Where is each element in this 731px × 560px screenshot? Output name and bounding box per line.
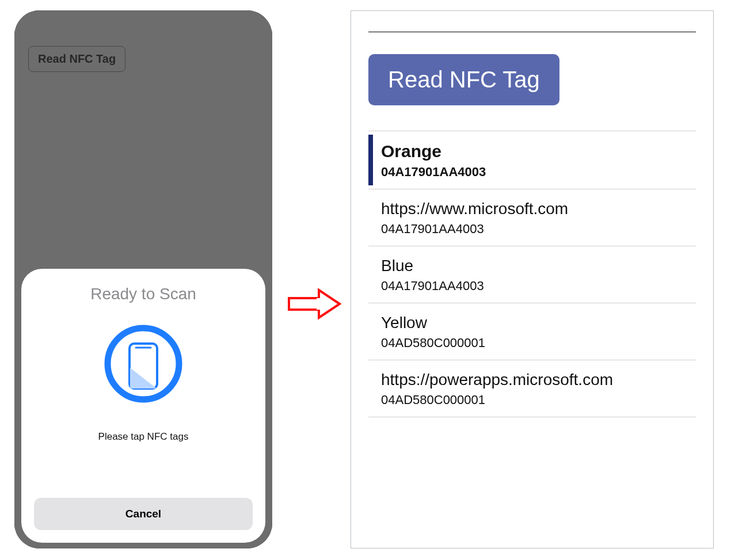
arrow-right-icon: [287, 287, 342, 321]
list-item-title: Blue: [381, 257, 696, 275]
nfc-scan-icon: [100, 321, 186, 407]
phone-screen: Read NFC Tag Ready to Scan Please tap NF…: [14, 10, 272, 548]
list-item-subtitle: 04A17901AA4003: [381, 165, 696, 180]
list-item-subtitle: 04A17901AA4003: [381, 222, 696, 237]
list-item-subtitle: 04AD580C000001: [381, 336, 696, 351]
read-nfc-button-background: Read NFC Tag: [28, 46, 125, 72]
svg-rect-3: [289, 298, 319, 310]
phone-frame: Read NFC Tag Ready to Scan Please tap NF…: [14, 10, 272, 548]
scan-sheet: Ready to Scan Please tap NFC tags Cancel: [21, 269, 265, 543]
scan-title: Ready to Scan: [90, 285, 196, 303]
list-item-title: Yellow: [381, 314, 696, 332]
list-item-subtitle: 04A17901AA4003: [381, 279, 696, 294]
list-item-title: https://powerapps.microsoft.com: [381, 371, 696, 389]
result-panel: Read NFC Tag Orange 04A17901AA4003 https…: [351, 10, 714, 548]
svg-rect-4: [317, 298, 321, 310]
list-item-title: Orange: [381, 142, 696, 161]
list-item[interactable]: Blue 04A17901AA4003: [368, 246, 696, 303]
cancel-button[interactable]: Cancel: [34, 498, 253, 530]
list-item-subtitle: 04AD580C000001: [381, 393, 696, 407]
nfc-results-list: Orange 04A17901AA4003 https://www.micros…: [368, 131, 696, 417]
scan-subtitle: Please tap NFC tags: [98, 431, 189, 443]
list-item-title: https://www.microsoft.com: [381, 200, 696, 218]
read-nfc-button[interactable]: Read NFC Tag: [368, 54, 559, 105]
list-item[interactable]: Orange 04A17901AA4003: [368, 131, 696, 189]
list-item[interactable]: Yellow 04AD580C000001: [368, 303, 696, 360]
list-item[interactable]: https://powerapps.microsoft.com 04AD580C…: [368, 360, 696, 417]
divider: [368, 32, 696, 32]
list-item[interactable]: https://www.microsoft.com 04A17901AA4003: [368, 189, 696, 246]
